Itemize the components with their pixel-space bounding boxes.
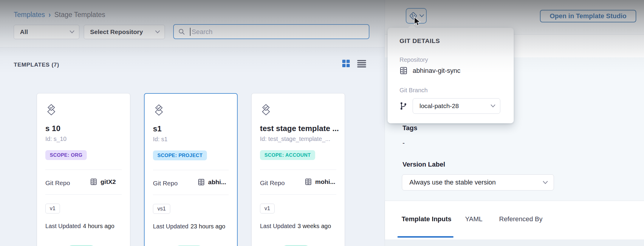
search-icon	[178, 28, 185, 35]
chevron-down-icon	[543, 181, 548, 184]
templates-page: Templates › Stage Templates All Select R…	[0, 0, 644, 246]
breadcrumb-current: Stage Templates	[54, 11, 105, 19]
version-chip: v1	[45, 204, 60, 213]
version-label-value: Always use the stable version	[409, 179, 496, 186]
git-branch-label: Git Branch	[400, 87, 428, 94]
repository-icon	[305, 178, 312, 185]
chevron-down-icon	[70, 30, 74, 33]
tab-referenced-by[interactable]: Referenced By	[499, 215, 543, 223]
template-card-s10[interactable]: s 10 Id: s_10 SCOPE: ORG Git Repo gitX2 …	[37, 93, 130, 246]
template-icon	[260, 104, 272, 117]
divider	[260, 194, 336, 195]
git-branch-select[interactable]: local-patch-28	[413, 98, 500, 114]
template-id: Id: s_10	[45, 136, 66, 142]
template-card-test-stage[interactable]: test stage template ... Id: test_stage_t…	[251, 93, 345, 246]
list-view-toggle[interactable]	[357, 60, 366, 67]
scope-badge: SCOPE: ACCOUNT	[260, 150, 315, 160]
template-id: Id: test_stage_template_...	[260, 136, 330, 142]
tags-label: Tags	[402, 124, 417, 132]
tags-value: -	[402, 139, 405, 147]
last-updated-label: Last Updated	[260, 223, 295, 229]
git-branch-value: local-patch-28	[419, 102, 459, 110]
scope-badge: SCOPE: ORG	[45, 150, 87, 160]
template-icon	[153, 104, 165, 117]
git-repo-label: Git Repo	[260, 179, 285, 187]
scope-badge: SCOPE: PROJECT	[153, 150, 207, 160]
version-label-heading: Version Label	[402, 161, 445, 168]
divider	[45, 170, 122, 170]
repository-select-value: Select Repository	[90, 28, 143, 36]
breadcrumb-templates-link[interactable]: Templates	[14, 11, 45, 19]
text-cursor	[190, 28, 191, 36]
git-repo-value: abhi...	[208, 179, 226, 186]
templates-count-heading: TEMPLATES (7)	[14, 61, 59, 68]
template-id: Id: s1	[153, 136, 168, 143]
git-details-popover: GIT DETAILS Repository abhinav-git-sync …	[388, 28, 514, 123]
last-updated-value: 4 hours ago	[83, 223, 114, 229]
breadcrumb: Templates › Stage Templates	[14, 11, 105, 19]
grid-view-toggle[interactable]	[342, 60, 350, 67]
last-updated-value: 3 weeks ago	[298, 223, 331, 229]
open-in-template-studio-button[interactable]: Open in Template Studio	[540, 10, 636, 22]
git-repo-label: Git Repo	[45, 179, 70, 187]
git-repo-value: gitX2	[100, 178, 116, 185]
template-type-select[interactable]: All	[14, 25, 79, 39]
repository-icon	[198, 179, 205, 186]
list-header: Templates › Stage Templates All Select R…	[0, 0, 385, 47]
details-tabs-bar: Template Inputs YAML Referenced By	[385, 201, 644, 240]
git-repo-label: Git Repo	[153, 180, 178, 187]
divider	[45, 194, 122, 195]
divider	[260, 170, 336, 170]
divider	[153, 170, 229, 170]
git-repo-value: mohi...	[315, 178, 335, 185]
divider	[153, 195, 229, 195]
repository-label: Repository	[400, 56, 428, 63]
last-updated-value: 23 hours ago	[191, 223, 225, 230]
template-type-value: All	[20, 28, 28, 36]
tab-yaml[interactable]: YAML	[465, 215, 482, 223]
last-updated-label: Last Updated	[45, 223, 81, 229]
template-title: s1	[153, 124, 162, 133]
git-branch-icon	[400, 102, 407, 110]
search-box	[173, 24, 369, 39]
mouse-cursor	[413, 17, 422, 26]
chevron-down-icon	[155, 30, 160, 33]
repository-icon	[400, 67, 408, 75]
template-title: s 10	[45, 124, 61, 133]
version-chip: vs1	[153, 204, 170, 214]
template-title: test stage template ...	[260, 124, 339, 133]
template-icon	[45, 104, 57, 117]
template-card-s1[interactable]: s1 Id: s1 SCOPE: PROJECT Git Repo abhi..…	[144, 93, 238, 246]
git-details-title: GIT DETAILS	[400, 37, 440, 44]
last-updated-label: Last Updated	[153, 223, 188, 230]
chevron-down-icon	[491, 104, 495, 107]
search-input[interactable]	[191, 26, 359, 38]
repository-select[interactable]: Select Repository	[84, 25, 165, 39]
tab-template-inputs[interactable]: Template Inputs	[402, 215, 451, 223]
tab-content-area	[385, 239, 644, 246]
breadcrumb-chevron-icon: ›	[49, 10, 51, 19]
version-chip: v1	[260, 204, 275, 213]
version-label-select[interactable]: Always use the stable version	[402, 174, 554, 190]
repository-icon	[90, 178, 97, 185]
active-tab-indicator	[397, 236, 453, 238]
repository-value: abhinav-git-sync	[413, 67, 460, 75]
